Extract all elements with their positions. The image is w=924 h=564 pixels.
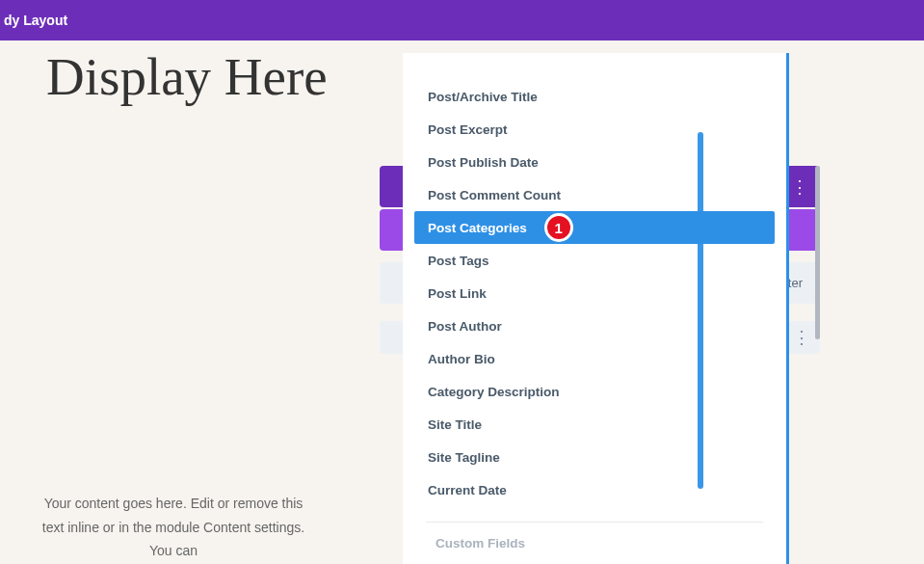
dropdown-item-label: Post Categories [428, 221, 527, 235]
dropdown-item-label: Post Excerpt [428, 122, 508, 137]
dropdown-item-post-tags[interactable]: Post Tags [403, 244, 786, 277]
dropdown-section-custom-fields: Custom Fields [403, 536, 786, 551]
dropdown-item-post-categories[interactable]: Post Categories1 [414, 211, 775, 244]
dropdown-item-site-title[interactable]: Site Title [403, 408, 786, 441]
dropdown-item-post-publish-date[interactable]: Post Publish Date [403, 146, 786, 178]
builder-scrollbar[interactable] [815, 166, 820, 339]
dropdown-item-label: Category Description [428, 385, 560, 399]
vertical-dots-icon[interactable]: ⋮ [793, 329, 812, 346]
annotation-callout-1: 1 [544, 213, 573, 242]
dropdown-item-post-archive-title[interactable]: Post/Archive Title [403, 80, 786, 113]
dropdown-item-category-description[interactable]: Category Description [403, 375, 786, 408]
dropdown-item-site-tagline[interactable]: Site Tagline [403, 441, 786, 473]
dynamic-content-dropdown: Post/Archive TitlePost ExcerptPost Publi… [403, 53, 789, 564]
dropdown-item-post-link[interactable]: Post Link [403, 277, 786, 309]
dropdown-divider [426, 522, 763, 523]
dropdown-item-label: Current Date [428, 483, 507, 497]
dropdown-item-current-date[interactable]: Current Date [403, 473, 786, 506]
dropdown-item-label: Site Tagline [428, 450, 500, 465]
dropdown-item-label: Author Bio [428, 352, 495, 366]
dropdown-item-post-excerpt[interactable]: Post Excerpt [403, 113, 786, 146]
vertical-dots-icon[interactable]: ⋮ [791, 178, 810, 196]
dropdown-item-label: Post/Archive Title [428, 90, 538, 104]
dropdown-item-label: Post Author [428, 319, 502, 334]
dropdown-item-author-bio[interactable]: Author Bio [403, 342, 786, 375]
top-bar: dy Layout [0, 0, 924, 40]
dropdown-item-label: Post Comment Count [428, 188, 561, 202]
dropdown-scrollbar[interactable] [698, 132, 703, 489]
dropdown-item-label: Post Publish Date [428, 155, 539, 170]
dropdown-item-label: Post Link [428, 286, 487, 301]
dropdown-item-post-comment-count[interactable]: Post Comment Count [403, 178, 786, 211]
dropdown-item-label: Site Title [428, 417, 482, 432]
dropdown-item-post-author[interactable]: Post Author [403, 309, 786, 342]
top-bar-title: dy Layout [4, 13, 67, 28]
filter-suffix-text: ter [788, 276, 803, 290]
dropdown-item-label: Post Tags [428, 254, 489, 268]
placeholder-content-text[interactable]: Your content goes here. Edit or remove t… [39, 492, 308, 563]
